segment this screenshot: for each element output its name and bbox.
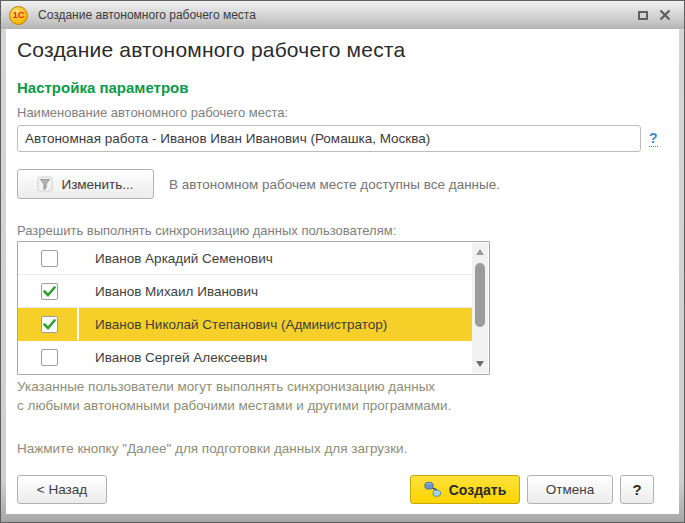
maximize-icon bbox=[638, 11, 648, 20]
filter-funnel-icon bbox=[37, 176, 53, 192]
help-button[interactable]: ? bbox=[620, 475, 654, 504]
user-row[interactable]: Иванов Михаил Иванович bbox=[18, 275, 472, 308]
user-row[interactable]: Иванов Аркадий Семенович bbox=[18, 242, 472, 275]
users-list: Иванов Аркадий СеменовичИванов Михаил Ив… bbox=[17, 241, 490, 375]
titlebar: 1С Создание автономного рабочего места bbox=[1, 1, 684, 29]
change-button[interactable]: Изменить... bbox=[17, 169, 154, 199]
dialog-window: 1С Создание автономного рабочего места С… bbox=[0, 0, 685, 523]
vertical-scrollbar[interactable] bbox=[472, 243, 488, 373]
page-title: Создание автономного рабочего места bbox=[17, 38, 405, 62]
back-button[interactable]: < Назад bbox=[17, 475, 107, 504]
dialog-content: Создание автономного рабочего места Наст… bbox=[6, 29, 679, 514]
user-name: Иванов Михаил Иванович bbox=[95, 284, 258, 299]
scroll-down-button[interactable] bbox=[472, 357, 488, 371]
user-checkbox-unchecked[interactable] bbox=[41, 250, 58, 267]
workstation-name-input[interactable] bbox=[17, 125, 641, 152]
workstation-name-label: Наименование автономного рабочего места: bbox=[17, 105, 288, 120]
cancel-button[interactable]: Отмена bbox=[527, 475, 613, 504]
user-list-rows: Иванов Аркадий СеменовичИванов Михаил Ив… bbox=[18, 242, 472, 374]
user-name: Иванов Аркадий Семенович bbox=[95, 251, 273, 266]
1c-logo-icon: 1С bbox=[9, 6, 28, 25]
create-button-label: Создать bbox=[449, 482, 507, 498]
check-icon bbox=[43, 319, 56, 330]
close-icon bbox=[659, 9, 671, 21]
maximize-button[interactable] bbox=[632, 5, 654, 25]
name-help-link[interactable]: ? bbox=[649, 130, 658, 147]
section-title: Настройка параметров bbox=[17, 79, 188, 96]
user-name: Иванов Сергей Алексеевич bbox=[95, 350, 267, 365]
user-checkbox-checked[interactable] bbox=[41, 283, 58, 300]
scroll-up-icon bbox=[476, 249, 484, 255]
scrollbar-thumb[interactable] bbox=[475, 263, 485, 327]
close-button[interactable] bbox=[654, 5, 676, 25]
create-sync-icon bbox=[424, 481, 442, 498]
check-icon bbox=[43, 286, 56, 297]
user-row[interactable]: Иванов Сергей Алексеевич bbox=[18, 341, 472, 374]
user-checkbox-unchecked[interactable] bbox=[41, 349, 58, 366]
window-title: Создание автономного рабочего места bbox=[38, 8, 632, 22]
sync-hint-line2: с любыми автономными рабочими местами и … bbox=[17, 398, 451, 413]
user-checkbox-checked[interactable] bbox=[41, 316, 58, 333]
sync-hint-line1: Указанные пользователи могут выполнять с… bbox=[17, 379, 435, 394]
users-list-label: Разрешить выполнять синхронизацию данных… bbox=[17, 223, 396, 238]
create-button[interactable]: Создать bbox=[410, 475, 520, 504]
filter-note: В автономном рабочем месте доступны все … bbox=[169, 169, 500, 199]
change-button-label: Изменить... bbox=[61, 177, 133, 192]
scroll-down-icon bbox=[476, 361, 484, 367]
scroll-up-button[interactable] bbox=[472, 245, 488, 259]
user-row[interactable]: Иванов Николай Степанович (Администратор… bbox=[18, 308, 472, 341]
user-name: Иванов Николай Степанович (Администратор… bbox=[95, 317, 387, 332]
next-step-hint: Нажмите кнопку "Далее" для подготовки да… bbox=[17, 441, 407, 456]
